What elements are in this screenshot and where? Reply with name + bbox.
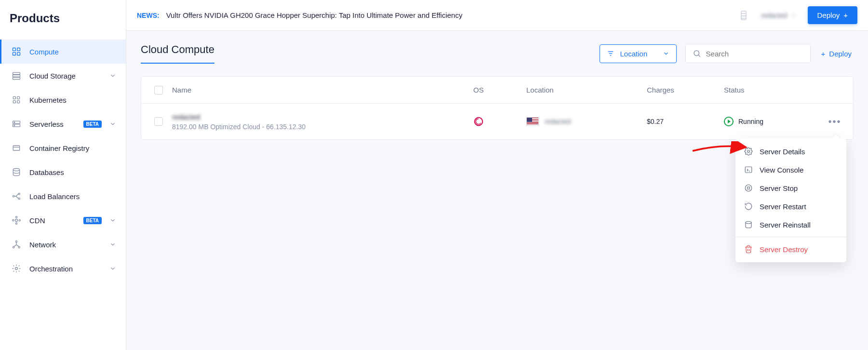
chevron-down-icon xyxy=(663,50,669,57)
menu-item-label: Server Stop xyxy=(760,184,798,192)
menu-view-console[interactable]: View Console xyxy=(735,161,846,179)
menu-item-label: Server Details xyxy=(760,148,805,156)
svg-point-24 xyxy=(15,223,17,224)
sidebar-items: Compute Cloud Storage Kubernetes xyxy=(0,40,126,281)
sidebar-item-label: Load Balancers xyxy=(29,192,116,201)
deploy-button-label: Deploy xyxy=(817,11,840,19)
news-text: Vultr Offers NVIDIA GH200 Grace Hopper S… xyxy=(166,11,463,19)
row-actions-button[interactable]: ••• xyxy=(820,116,849,127)
svg-point-20 xyxy=(15,219,18,222)
instance-os xyxy=(473,116,526,127)
table-header: Name OS Location Charges Status xyxy=(141,77,853,104)
svg-point-36 xyxy=(748,150,750,153)
col-charges: Charges xyxy=(647,86,724,94)
sidebar-item-load-balancers[interactable]: Load Balancers xyxy=(0,184,126,208)
user-name: redacted xyxy=(761,12,787,19)
gear-icon xyxy=(744,147,753,156)
svg-rect-1 xyxy=(17,48,20,51)
menu-item-label: Server Destroy xyxy=(760,245,808,254)
svg-point-16 xyxy=(13,169,19,171)
storage-icon xyxy=(11,70,22,81)
sidebar-item-network[interactable]: Network xyxy=(0,232,126,256)
chevron-down-icon xyxy=(109,241,116,248)
col-os: OS xyxy=(473,86,526,94)
sidebar-item-label: Kubernetes xyxy=(29,96,116,104)
svg-rect-3 xyxy=(17,53,20,55)
plus-icon: + xyxy=(843,11,848,19)
reinstall-icon xyxy=(744,220,753,229)
sidebar-item-orchestration[interactable]: Orchestration xyxy=(0,256,126,281)
filter-icon xyxy=(607,50,614,57)
instance-subtitle: 8192.00 MB Optimized Cloud - 66.135.12.3… xyxy=(172,123,473,131)
col-location: Location xyxy=(526,86,647,94)
beta-badge: BETA xyxy=(83,121,102,128)
chevron-down-icon xyxy=(109,265,116,272)
deploy-link-label: Deploy xyxy=(829,50,852,58)
row-actions-menu: Server Details View Console xyxy=(735,138,846,262)
menu-server-restart[interactable]: Server Restart xyxy=(735,197,846,215)
svg-rect-0 xyxy=(13,48,16,51)
sidebar-item-cloud-storage[interactable]: Cloud Storage xyxy=(0,64,126,88)
user-menu[interactable]: redacted xyxy=(761,12,796,19)
menu-item-label: View Console xyxy=(760,166,803,174)
svg-point-17 xyxy=(13,195,14,197)
menu-server-stop[interactable]: Server Stop xyxy=(735,179,846,197)
menu-separator xyxy=(735,237,846,237)
location-filter[interactable]: Location xyxy=(600,44,677,63)
sidebar-item-serverless[interactable]: Serverless BETA xyxy=(0,112,126,136)
deploy-link[interactable]: + Deploy xyxy=(819,45,854,63)
sidebar: Products Compute Cloud Storage xyxy=(0,0,126,350)
orchestration-icon xyxy=(11,263,22,274)
sidebar-item-databases[interactable]: Databases xyxy=(0,160,126,184)
running-icon xyxy=(724,117,734,126)
network-icon xyxy=(11,239,22,250)
row-checkbox[interactable] xyxy=(154,117,163,126)
menu-server-details[interactable]: Server Details xyxy=(735,142,846,161)
svg-point-39 xyxy=(745,185,752,191)
restart-icon xyxy=(744,202,753,211)
instance-charges: $0.27 xyxy=(647,118,724,125)
svg-point-33 xyxy=(694,51,699,56)
menu-item-label: Server Restart xyxy=(760,202,806,211)
sidebar-item-cdn[interactable]: CDN BETA xyxy=(0,208,126,232)
sidebar-item-kubernetes[interactable]: Kubernetes xyxy=(0,88,126,112)
svg-rect-9 xyxy=(13,101,15,103)
sidebar-item-label: Compute xyxy=(29,48,116,56)
menu-server-reinstall[interactable]: Server Reinstall xyxy=(735,215,846,234)
svg-rect-5 xyxy=(13,75,20,77)
news-banner[interactable]: NEWS: Vultr Offers NVIDIA GH200 Grace Ho… xyxy=(137,11,732,19)
menu-server-destroy[interactable]: Server Destroy xyxy=(735,240,846,258)
svg-point-14 xyxy=(14,125,15,126)
sidebar-item-compute[interactable]: Compute xyxy=(0,40,126,64)
compute-icon xyxy=(11,46,22,57)
select-all-checkbox[interactable] xyxy=(154,86,163,94)
svg-point-18 xyxy=(18,193,20,194)
search-box[interactable] xyxy=(685,44,811,63)
status-text: Running xyxy=(738,118,763,125)
sidebar-item-label: Network xyxy=(29,241,102,249)
rack-icon[interactable] xyxy=(738,10,749,21)
svg-rect-2 xyxy=(13,53,16,55)
sidebar-item-label: CDN xyxy=(29,216,74,225)
chevron-down-icon xyxy=(109,72,116,79)
instances-table: Name OS Location Charges Status redacted… xyxy=(141,76,854,140)
trash-icon xyxy=(744,245,753,254)
sidebar-item-label: Cloud Storage xyxy=(29,72,102,80)
kubernetes-icon xyxy=(11,94,22,105)
filter-label: Location xyxy=(620,50,657,58)
svg-rect-7 xyxy=(13,96,15,99)
search-input[interactable] xyxy=(706,50,803,58)
serverless-icon xyxy=(11,119,22,129)
sidebar-item-label: Serverless xyxy=(29,120,74,128)
cdn-icon xyxy=(11,215,22,226)
loadbalancers-icon xyxy=(11,191,22,202)
databases-icon xyxy=(11,167,22,177)
news-label: NEWS: xyxy=(137,12,160,19)
svg-point-41 xyxy=(746,221,751,224)
sidebar-item-container-registry[interactable]: Container Registry xyxy=(0,136,126,160)
table-row[interactable]: redacted 8192.00 MB Optimized Cloud - 66… xyxy=(141,104,853,139)
page-title: Cloud Compute xyxy=(141,43,214,64)
deploy-button[interactable]: Deploy + xyxy=(808,6,857,24)
debian-icon xyxy=(473,116,526,127)
svg-rect-10 xyxy=(17,101,20,103)
